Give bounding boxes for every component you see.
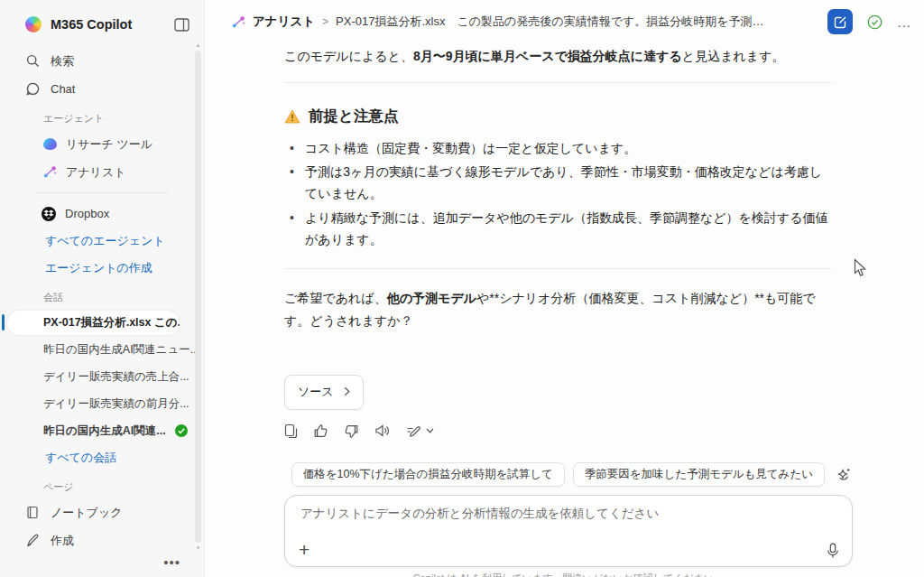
conversation-item[interactable]: デイリー販売実績の売上合... [0,363,204,390]
sources-label: ソース [298,382,334,401]
sidebar-item-label: Dropbox [65,207,109,220]
conversations-section-label: 会話 [0,285,204,309]
agents-section-label: エージェント [0,107,204,130]
conversation-label: 昨日の国内生成AI関連... [43,423,166,439]
conversation-item[interactable]: 昨日の国内生成AI関連... [0,417,204,444]
intro-paragraph: このモデルによると、8月〜9月頃に単月ベースで損益分岐点に達すると見込まれます。 [284,46,831,67]
assistant-message: このモデルによると、8月〜9月頃に単月ベースで損益分岐点に達すると見込まれます。… [284,46,831,439]
read-aloud-icon[interactable] [374,423,391,438]
copilot-logo-icon [25,16,42,33]
sidebar-item-notebook[interactable]: ノートブック [0,498,204,526]
caveats-heading-text: 前提と注意点 [309,104,398,128]
sidebar-link-all-conversations[interactable]: すべての会話 [0,444,204,471]
rewrite-pen-icon [406,423,421,438]
sidebar-divider [36,192,168,193]
thumbs-up-icon[interactable] [313,423,328,439]
closing-bold: 他の予測モデル [387,291,476,305]
conversation-label[interactable]: PX-017損益分析.xlsx この... [7,311,180,335]
rewrite-button[interactable] [406,423,434,438]
caveats-list: コスト構造（固定費・変動費）は一定と仮定しています。 予測は3ヶ月の実績に基づく… [284,137,831,249]
caveat-item: 予測は3ヶ月の実績に基づく線形モデルであり、季節性・市場変動・価格改定などは考慮… [284,161,831,204]
message-divider [284,82,831,83]
conversation-item[interactable]: デイリー販売実績の前月分... [0,390,204,417]
analyst-sparkle-icon [232,15,245,29]
sidebar-item-dropbox[interactable]: Dropbox [0,200,204,228]
microphone-icon[interactable] [827,543,839,559]
conversation-item-selected[interactable]: PX-017損益分析.xlsx この... [0,309,204,336]
main-panel: アナリスト > PX-017損益分析.xlsx この製品の発売後の実績情報です。… [205,0,924,577]
conversation-label: 昨日の国内生成AI関連ニュー... [43,342,199,358]
sidebar-item-label: リサーチ ツール [66,136,152,153]
research-tool-icon [43,138,57,150]
search-icon [25,54,40,68]
copy-icon[interactable] [284,423,298,439]
sidebar-link-create-agent[interactable]: エージェントの作成 [0,255,204,282]
app-window: M365 Copilot 検索 Chat エージェント [0,0,924,577]
chat-icon [25,82,40,96]
caveats-heading: 前提と注意点 [284,104,831,128]
message-actions [284,423,831,439]
sidebar-item-label: 検索 [51,53,74,70]
sidebar: M365 Copilot 検索 Chat エージェント [0,0,205,577]
suggestion-chips: 価格を10%下げた場合の損益分岐時期を試算して 季節要因を加味した予測モデルも見… [284,462,853,487]
sources-button[interactable]: ソース [284,375,364,409]
message-divider [284,268,831,269]
conversation-label: デイリー販売実績の売上合... [43,369,189,385]
refresh-suggestions-icon[interactable] [836,466,853,483]
suggestion-chip[interactable]: 季節要因を加味した予測モデルも見てみたい [573,462,825,487]
attach-plus-button[interactable]: + [299,540,310,559]
sidebar-item-label: アナリスト [66,164,126,181]
success-check-icon [175,424,188,437]
selected-indicator [2,314,5,330]
sidebar-item-search[interactable]: 検索 [0,47,204,75]
create-pen-icon [25,534,40,547]
chat-input-placeholder: アナリストにデータの分析と分析情報の生成を依頼してください [300,506,659,522]
chat-input[interactable]: アナリストにデータの分析と分析情報の生成を依頼してください + [284,495,853,567]
header-more-button[interactable]: ... [897,14,911,30]
pages-section-label: ページ [0,475,204,498]
sidebar-item-chat[interactable]: Chat [0,75,204,103]
sidebar-link-all-agents[interactable]: すべてのエージェント [0,228,204,255]
thumbs-down-icon[interactable] [344,423,359,439]
breadcrumb-conversation-title: PX-017損益分析.xlsx この製品の発売後の実績情報です。損益分岐時期を予… [336,14,769,30]
notebook-icon [25,506,40,519]
analyst-icon [43,165,57,179]
sidebar-item-label: 作成 [51,533,74,549]
intro-bold: 8月〜9月頃に単月ベースで損益分岐点に達する [413,49,682,63]
suggestion-chip[interactable]: 価格を10%下げた場合の損益分岐時期を試算して [291,462,565,487]
closing-paragraph: ご希望であれば、他の予測モデルや**シナリオ分析（価格変更、コスト削減など）**… [284,287,831,332]
app-title: M365 Copilot [51,17,132,32]
sidebar-more-button[interactable]: ••• [163,554,180,570]
sidebar-item-label: ノートブック [51,505,123,521]
main-header: アナリスト > PX-017損益分析.xlsx この製品の発売後の実績情報です。… [205,0,924,43]
ai-disclaimer: Copilot は AI を利用しています。間違いがないか確認してください。 [284,572,853,577]
chevron-down-icon [426,428,434,433]
scrollbar-up-arrow[interactable]: ▲ [195,42,201,49]
header-actions: ... [827,9,911,34]
breadcrumb-agent[interactable]: アナリスト [253,14,315,30]
composer-area: 価格を10%下げた場合の損益分岐時期を試算して 季節要因を加味した予測モデルも見… [284,462,853,577]
caveat-item: コスト構造（固定費・変動費）は一定と仮定しています。 [284,137,831,159]
sidebar-scrollbar[interactable] [195,51,201,543]
sidebar-item-research-tool[interactable]: リサーチ ツール [0,130,204,158]
scrollbar-down-arrow[interactable]: ▼ [195,544,201,552]
sidebar-item-create[interactable]: 作成 [0,526,204,554]
sidebar-item-label: Chat [51,82,75,96]
sidebar-header: M365 Copilot [0,9,204,40]
chevron-right-icon [344,386,350,396]
dropbox-icon [42,207,56,221]
conversation-label: デイリー販売実績の前月分... [43,396,189,412]
sidebar-item-analyst[interactable]: アナリスト [0,158,204,186]
conversation-item[interactable]: 昨日の国内生成AI関連ニュー... [0,336,204,363]
sidebar-toggle-icon[interactable] [174,18,189,32]
warning-icon [284,109,300,124]
breadcrumb-chevron: > [322,15,328,28]
protection-shield-icon[interactable] [867,14,882,30]
caveat-item: より精緻な予測には、追加データや他のモデル（指数成長、季節調整など）を検討する価… [284,207,831,250]
new-chat-button[interactable] [827,9,853,34]
